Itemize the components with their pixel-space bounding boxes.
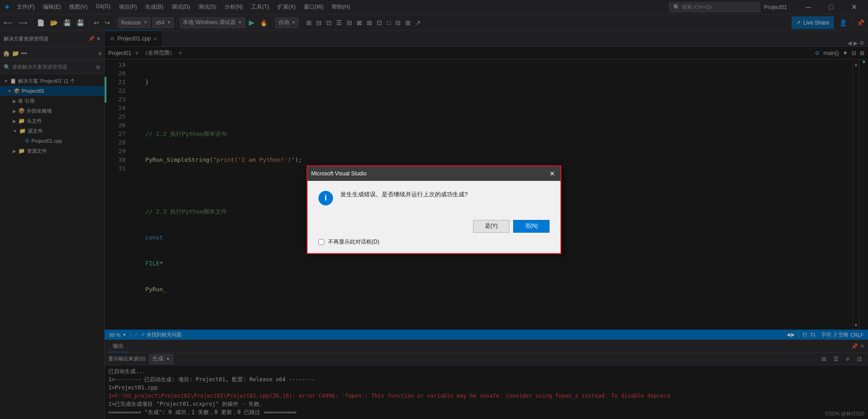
dialog-yes-button[interactable]: 是(Y): [473, 220, 510, 233]
dialog-close-button[interactable]: ✕: [548, 169, 557, 178]
dialog-buttons: 是(Y) 否(N): [318, 220, 550, 233]
dialog-checkbox-label: 不再显示此对话框(D): [328, 238, 379, 246]
dialog-body: i 发生生成错误。是否继续并运行上次的成功生成?: [308, 181, 560, 214]
dialog-footer: 是(Y) 否(N) 不再显示此对话框(D): [308, 214, 560, 253]
dialog-title: Microsoft Visual Studio: [311, 170, 367, 177]
dialog: Microsoft Visual Studio ✕ i 发生生成错误。是否继续并…: [307, 165, 561, 254]
dialog-checkbox-input[interactable]: [318, 239, 324, 245]
dialog-no-button[interactable]: 否(N): [513, 220, 550, 233]
dialog-title-bar: Microsoft Visual Studio ✕: [308, 166, 560, 181]
dialog-info-icon: i: [318, 191, 333, 205]
dialog-message: 发生生成错误。是否继续并运行上次的成功生成?: [340, 190, 468, 199]
dialog-overlay: Microsoft Visual Studio ✕ i 发生生成错误。是否继续并…: [0, 0, 868, 419]
dialog-checkbox: 不再显示此对话框(D): [318, 238, 550, 246]
